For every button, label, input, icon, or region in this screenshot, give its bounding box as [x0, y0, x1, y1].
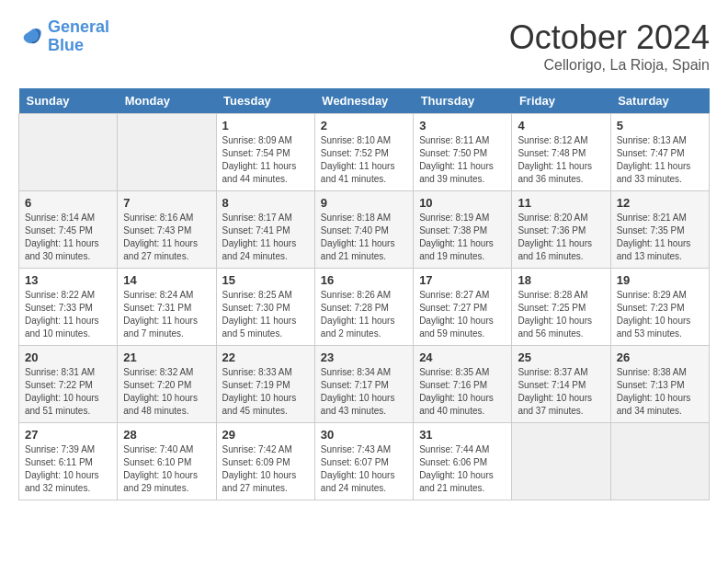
- weekday-header-thursday: Thursday: [414, 88, 512, 114]
- calendar-cell: 24Sunrise: 8:35 AMSunset: 7:16 PMDayligh…: [414, 346, 512, 423]
- calendar-cell: 6Sunrise: 8:14 AMSunset: 7:45 PMDaylight…: [19, 191, 118, 269]
- day-number: 20: [25, 350, 111, 364]
- calendar-cell: 11Sunrise: 8:20 AMSunset: 7:36 PMDayligh…: [512, 191, 610, 269]
- calendar-cell: 7Sunrise: 8:16 AMSunset: 7:43 PMDaylight…: [118, 191, 216, 269]
- day-info: Sunrise: 8:13 AMSunset: 7:47 PMDaylight:…: [617, 134, 703, 186]
- calendar-cell: 22Sunrise: 8:33 AMSunset: 7:19 PMDayligh…: [216, 346, 314, 423]
- day-info: Sunrise: 8:37 AMSunset: 7:14 PMDaylight:…: [518, 366, 604, 418]
- weekday-header-saturday: Saturday: [610, 88, 709, 114]
- day-number: 25: [518, 350, 604, 364]
- day-number: 5: [617, 119, 703, 132]
- day-number: 23: [321, 350, 407, 364]
- day-number: 21: [123, 350, 210, 364]
- page-header: General Blue October 2024 Cellorigo, La …: [18, 18, 710, 74]
- calendar-week-row: 6Sunrise: 8:14 AMSunset: 7:45 PMDaylight…: [19, 191, 710, 269]
- day-number: 30: [321, 428, 407, 442]
- day-number: 11: [518, 196, 604, 210]
- calendar-week-row: 27Sunrise: 7:39 AMSunset: 6:11 PMDayligh…: [19, 423, 710, 500]
- calendar-cell: [118, 114, 216, 191]
- day-info: Sunrise: 7:43 AMSunset: 6:07 PMDaylight:…: [321, 443, 407, 495]
- calendar-cell: 3Sunrise: 8:11 AMSunset: 7:50 PMDaylight…: [414, 114, 512, 191]
- day-info: Sunrise: 7:42 AMSunset: 6:09 PMDaylight:…: [222, 443, 309, 495]
- month-title: October 2024: [509, 18, 710, 57]
- day-number: 13: [25, 273, 111, 287]
- day-number: 17: [419, 273, 506, 287]
- title-block: October 2024 Cellorigo, La Rioja, Spain: [509, 18, 710, 74]
- day-info: Sunrise: 8:18 AMSunset: 7:40 PMDaylight:…: [321, 212, 407, 263]
- calendar-cell: 30Sunrise: 7:43 AMSunset: 6:07 PMDayligh…: [314, 423, 413, 500]
- day-number: 2: [321, 119, 407, 132]
- day-number: 6: [25, 196, 111, 210]
- day-info: Sunrise: 8:31 AMSunset: 7:22 PMDaylight:…: [25, 366, 111, 418]
- calendar-cell: 2Sunrise: 8:10 AMSunset: 7:52 PMDaylight…: [314, 114, 413, 191]
- day-info: Sunrise: 8:17 AMSunset: 7:41 PMDaylight:…: [222, 212, 309, 263]
- day-info: Sunrise: 8:27 AMSunset: 7:27 PMDaylight:…: [419, 289, 506, 340]
- calendar-cell: 18Sunrise: 8:28 AMSunset: 7:25 PMDayligh…: [512, 269, 610, 346]
- calendar-cell: 8Sunrise: 8:17 AMSunset: 7:41 PMDaylight…: [216, 191, 314, 269]
- day-number: 27: [25, 428, 111, 442]
- day-info: Sunrise: 8:19 AMSunset: 7:38 PMDaylight:…: [419, 212, 506, 263]
- calendar-week-row: 1Sunrise: 8:09 AMSunset: 7:54 PMDaylight…: [19, 114, 710, 191]
- logo: General Blue: [18, 18, 109, 55]
- calendar-cell: 20Sunrise: 8:31 AMSunset: 7:22 PMDayligh…: [19, 346, 118, 423]
- calendar-cell: 27Sunrise: 7:39 AMSunset: 6:11 PMDayligh…: [19, 423, 118, 500]
- calendar-cell: 12Sunrise: 8:21 AMSunset: 7:35 PMDayligh…: [610, 191, 709, 269]
- day-info: Sunrise: 8:10 AMSunset: 7:52 PMDaylight:…: [321, 134, 407, 186]
- weekday-header-sunday: Sunday: [19, 88, 118, 114]
- day-number: 1: [222, 119, 309, 132]
- day-info: Sunrise: 8:16 AMSunset: 7:43 PMDaylight:…: [123, 212, 210, 263]
- calendar-cell: [19, 114, 118, 191]
- day-number: 24: [419, 350, 506, 364]
- calendar-cell: 21Sunrise: 8:32 AMSunset: 7:20 PMDayligh…: [118, 346, 216, 423]
- day-info: Sunrise: 7:39 AMSunset: 6:11 PMDaylight:…: [25, 443, 111, 495]
- day-number: 18: [518, 273, 604, 287]
- calendar-cell: 9Sunrise: 8:18 AMSunset: 7:40 PMDaylight…: [314, 191, 413, 269]
- calendar-cell: 25Sunrise: 8:37 AMSunset: 7:14 PMDayligh…: [512, 346, 610, 423]
- day-info: Sunrise: 8:33 AMSunset: 7:19 PMDaylight:…: [222, 366, 309, 418]
- day-info: Sunrise: 8:09 AMSunset: 7:54 PMDaylight:…: [222, 134, 309, 186]
- calendar-cell: [610, 423, 709, 500]
- day-info: Sunrise: 8:26 AMSunset: 7:28 PMDaylight:…: [321, 289, 407, 340]
- calendar-cell: 5Sunrise: 8:13 AMSunset: 7:47 PMDaylight…: [610, 114, 709, 191]
- calendar-cell: 10Sunrise: 8:19 AMSunset: 7:38 PMDayligh…: [414, 191, 512, 269]
- calendar-cell: 4Sunrise: 8:12 AMSunset: 7:48 PMDaylight…: [512, 114, 610, 191]
- day-number: 31: [419, 428, 506, 442]
- weekday-header-tuesday: Tuesday: [216, 88, 314, 114]
- day-info: Sunrise: 8:35 AMSunset: 7:16 PMDaylight:…: [419, 366, 506, 418]
- location: Cellorigo, La Rioja, Spain: [509, 57, 710, 74]
- day-number: 29: [222, 428, 309, 442]
- calendar-week-row: 13Sunrise: 8:22 AMSunset: 7:33 PMDayligh…: [19, 269, 710, 346]
- calendar-header-row: SundayMondayTuesdayWednesdayThursdayFrid…: [19, 88, 710, 114]
- calendar-body: 1Sunrise: 8:09 AMSunset: 7:54 PMDaylight…: [19, 114, 710, 500]
- weekday-header-friday: Friday: [512, 88, 610, 114]
- day-number: 12: [617, 196, 703, 210]
- calendar-table: SundayMondayTuesdayWednesdayThursdayFrid…: [18, 88, 710, 500]
- day-info: Sunrise: 8:34 AMSunset: 7:17 PMDaylight:…: [321, 366, 407, 418]
- calendar-week-row: 20Sunrise: 8:31 AMSunset: 7:22 PMDayligh…: [19, 346, 710, 423]
- day-info: Sunrise: 8:25 AMSunset: 7:30 PMDaylight:…: [222, 289, 309, 340]
- day-info: Sunrise: 8:12 AMSunset: 7:48 PMDaylight:…: [518, 134, 604, 186]
- day-number: 16: [321, 273, 407, 287]
- day-info: Sunrise: 8:11 AMSunset: 7:50 PMDaylight:…: [419, 134, 506, 186]
- day-number: 26: [617, 350, 703, 364]
- calendar-cell: 29Sunrise: 7:42 AMSunset: 6:09 PMDayligh…: [216, 423, 314, 500]
- calendar-cell: 28Sunrise: 7:40 AMSunset: 6:10 PMDayligh…: [118, 423, 216, 500]
- day-number: 10: [419, 196, 506, 210]
- day-number: 22: [222, 350, 309, 364]
- day-info: Sunrise: 7:44 AMSunset: 6:06 PMDaylight:…: [419, 443, 506, 495]
- day-number: 15: [222, 273, 309, 287]
- calendar-cell: 19Sunrise: 8:29 AMSunset: 7:23 PMDayligh…: [610, 269, 709, 346]
- calendar-cell: 26Sunrise: 8:38 AMSunset: 7:13 PMDayligh…: [610, 346, 709, 423]
- weekday-header-monday: Monday: [118, 88, 216, 114]
- calendar-cell: 17Sunrise: 8:27 AMSunset: 7:27 PMDayligh…: [414, 269, 512, 346]
- day-info: Sunrise: 8:21 AMSunset: 7:35 PMDaylight:…: [617, 212, 703, 263]
- calendar-cell: [512, 423, 610, 500]
- day-number: 19: [617, 273, 703, 287]
- day-info: Sunrise: 8:14 AMSunset: 7:45 PMDaylight:…: [25, 212, 111, 263]
- calendar-cell: 16Sunrise: 8:26 AMSunset: 7:28 PMDayligh…: [314, 269, 413, 346]
- calendar-cell: 23Sunrise: 8:34 AMSunset: 7:17 PMDayligh…: [314, 346, 413, 423]
- logo-text: General Blue: [48, 18, 109, 55]
- day-info: Sunrise: 8:32 AMSunset: 7:20 PMDaylight:…: [123, 366, 210, 418]
- logo-icon: [18, 24, 44, 50]
- calendar-cell: 14Sunrise: 8:24 AMSunset: 7:31 PMDayligh…: [118, 269, 216, 346]
